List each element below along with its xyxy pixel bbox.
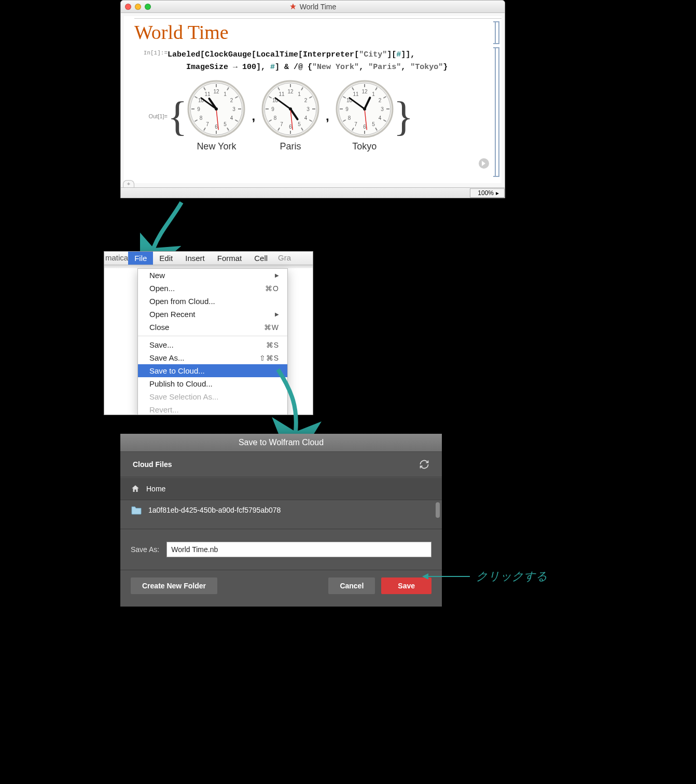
file-list: 1a0f81eb-d425-450b-a90d-fcf5795ab078 xyxy=(120,500,442,529)
svg-text:5: 5 xyxy=(372,121,375,127)
open-brace: { xyxy=(168,104,187,129)
menu-item-new[interactable]: New xyxy=(138,269,287,282)
breadcrumb-row[interactable]: Home xyxy=(120,477,442,500)
zoom-value: 100% xyxy=(478,189,494,197)
menubar-truncated-right: Gra xyxy=(274,252,292,265)
menu-item-save[interactable]: Save...⌘S xyxy=(138,338,287,351)
menu-item-label: Publish to Cloud... xyxy=(149,379,213,388)
cancel-button[interactable]: Cancel xyxy=(328,577,375,594)
create-new-folder-button[interactable]: Create New Folder xyxy=(131,577,217,594)
dialog-header: Cloud Files xyxy=(120,452,442,477)
svg-marker-0 xyxy=(290,3,296,9)
document-title: World Time xyxy=(134,18,502,44)
menu-insert[interactable]: Insert xyxy=(179,252,211,265)
add-cell-tab[interactable]: + xyxy=(123,180,134,187)
svg-text:4: 4 xyxy=(230,115,233,121)
svg-text:7: 7 xyxy=(280,121,283,127)
clock-paris: 121234567891011 Paris xyxy=(261,80,319,152)
clocks-row: 121234567891011 New York, 12123456789101… xyxy=(187,80,393,152)
menu-item-label: Open... xyxy=(149,284,175,293)
file-menu-panel: matica FileEditInsertFormatCell Gra NewO… xyxy=(104,251,313,415)
traffic-lights xyxy=(125,4,151,10)
callout-text: クリックする xyxy=(476,569,548,584)
input-cell[interactable]: In[1]:= Labeled[ClockGauge[LocalTime[Int… xyxy=(124,49,502,77)
menu-item-label: Save... xyxy=(149,340,174,349)
menu-cell[interactable]: Cell xyxy=(248,252,274,265)
menubar-truncated-left: matica xyxy=(104,252,128,265)
svg-text:12: 12 xyxy=(361,89,368,94)
svg-text:8: 8 xyxy=(200,115,203,121)
svg-text:9: 9 xyxy=(198,106,201,112)
separator-comma: , xyxy=(252,109,255,123)
clock-tokyo: 121234567891011 Tokyo xyxy=(336,80,394,152)
menu-item-open-from-cloud[interactable]: Open from Cloud... xyxy=(138,295,287,308)
zoom-window-button[interactable] xyxy=(145,4,151,10)
svg-text:2: 2 xyxy=(378,98,381,103)
dialog-title: Save to Wolfram Cloud xyxy=(120,434,442,452)
clock-label: Tokyo xyxy=(352,141,377,152)
svg-text:7: 7 xyxy=(206,121,210,127)
svg-text:9: 9 xyxy=(345,106,349,112)
cell-brackets[interactable] xyxy=(492,20,500,182)
svg-text:5: 5 xyxy=(298,121,301,127)
svg-text:6: 6 xyxy=(363,124,366,130)
svg-text:11: 11 xyxy=(279,91,285,97)
title-bar: World Time xyxy=(121,1,505,13)
menu-item-shortcut: ⌘O xyxy=(265,284,279,293)
svg-text:1: 1 xyxy=(372,91,375,97)
minimize-window-button[interactable] xyxy=(135,4,141,10)
svg-point-30 xyxy=(215,107,218,111)
menu-item-label: Save to Cloud... xyxy=(149,366,205,375)
svg-text:11: 11 xyxy=(353,91,359,97)
chevron-right-icon: ▸ xyxy=(496,189,499,197)
in-label: In[1]:= xyxy=(134,49,168,56)
output-cell: Out[1]= { 121234567891011 New York, 1212… xyxy=(124,77,502,152)
clock-label: Paris xyxy=(280,141,301,152)
menu-item-label: Save As... xyxy=(149,353,185,362)
refresh-icon[interactable] xyxy=(419,459,429,470)
out-label: Out[1]= xyxy=(134,113,168,119)
menu-item-shortcut: ⌘S xyxy=(266,341,279,349)
menu-item-save-to-cloud[interactable]: Save to Cloud... xyxy=(138,364,287,377)
wolfram-icon xyxy=(289,3,297,10)
svg-point-60 xyxy=(289,107,292,111)
home-icon xyxy=(131,484,140,493)
input-code: Labeled[ClockGauge[LocalTime[Interpreter… xyxy=(168,49,448,74)
menu-item-save-as[interactable]: Save As...⇧⌘S xyxy=(138,351,287,364)
file-dropdown: NewOpen...⌘OOpen from Cloud...Open Recen… xyxy=(137,268,288,415)
svg-text:7: 7 xyxy=(354,121,357,127)
menu-item-save-selection-as: Save Selection As... xyxy=(138,390,287,403)
svg-text:9: 9 xyxy=(271,106,274,112)
svg-text:6: 6 xyxy=(215,124,218,130)
save-as-input[interactable] xyxy=(166,542,431,557)
callout: クリックする xyxy=(423,569,548,584)
go-forward-icon[interactable] xyxy=(479,158,489,169)
menu-item-open[interactable]: Open...⌘O xyxy=(138,282,287,295)
menu-item-open-recent[interactable]: Open Recent xyxy=(138,308,287,321)
svg-text:2: 2 xyxy=(304,98,308,103)
save-as-label: Save As: xyxy=(131,545,159,554)
file-list-item-name: 1a0f81eb-d425-450b-a90d-fcf5795ab078 xyxy=(148,506,281,514)
svg-text:3: 3 xyxy=(307,106,310,112)
cloud-files-label: Cloud Files xyxy=(133,460,172,469)
svg-text:1: 1 xyxy=(224,91,227,97)
menu-item-label: Open Recent xyxy=(149,310,195,319)
menu-format[interactable]: Format xyxy=(211,252,248,265)
clock-new-york: 121234567891011 New York xyxy=(187,80,245,152)
menu-file[interactable]: File xyxy=(128,252,153,265)
save-to-cloud-dialog: Save to Wolfram Cloud Cloud Files Home 1… xyxy=(120,434,442,607)
svg-text:3: 3 xyxy=(381,106,384,112)
menu-item-publish-to-cloud[interactable]: Publish to Cloud... xyxy=(138,377,287,390)
menu-item-close[interactable]: Close⌘W xyxy=(138,321,287,334)
callout-arrow xyxy=(423,576,470,577)
svg-text:8: 8 xyxy=(348,115,351,121)
menu-edit[interactable]: Edit xyxy=(153,252,179,265)
close-window-button[interactable] xyxy=(125,4,131,10)
menu-item-shortcut: ⇧⌘S xyxy=(259,354,279,362)
menu-item-revert: Revert... xyxy=(138,403,287,415)
file-list-row[interactable]: 1a0f81eb-d425-450b-a90d-fcf5795ab078 xyxy=(120,500,442,520)
zoom-selector[interactable]: 100% ▸ xyxy=(470,188,505,198)
menu-item-label: Close xyxy=(149,323,169,332)
arrow-1 xyxy=(140,199,202,256)
scrollbar[interactable] xyxy=(436,502,440,518)
